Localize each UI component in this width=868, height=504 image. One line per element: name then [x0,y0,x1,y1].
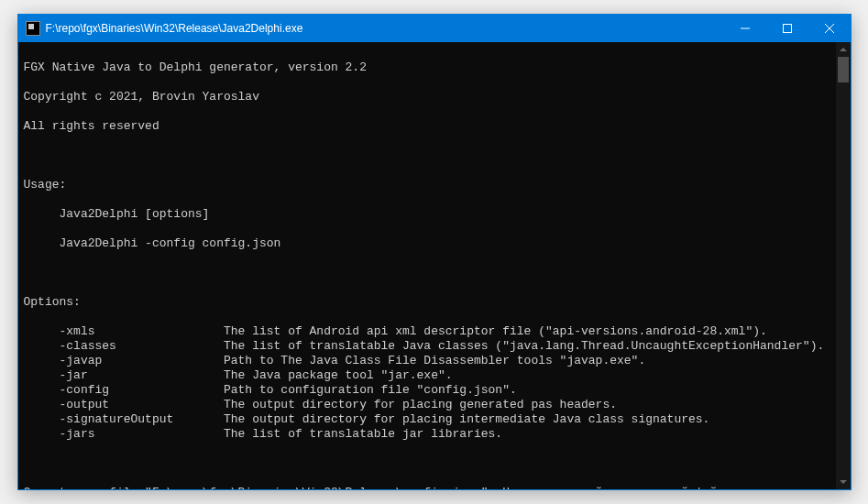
option-desc: Path to The Java Class File Disassembler… [224,354,645,368]
minimize-icon [741,24,750,33]
scroll-thumb[interactable] [838,57,849,82]
output-blank [24,456,830,471]
window-title: F:\repo\fgx\Binaries\Win32\Release\Java2… [46,22,724,35]
option-desc: The output directory for placing interme… [224,412,710,427]
chevron-down-icon [840,478,847,486]
console-window: F:\repo\fgx\Binaries\Win32\Release\Java2… [17,14,852,490]
svg-rect-1 [783,25,791,33]
option-name: -jar [60,368,224,383]
console-output[interactable]: FGX Native Java to Delphi generator, ver… [18,42,836,489]
option-desc: The list of translatable Java classes ("… [224,339,824,354]
option-row: -javapPath to The Java Class File Disass… [24,354,830,368]
close-icon [825,24,834,33]
option-row: -signatureOutputThe output directory for… [24,412,830,427]
option-desc: The list of Android api xml descriptor f… [224,324,767,339]
maximize-button[interactable] [766,15,808,42]
output-line: All rights reserved [24,119,830,134]
usage-header: Usage: [24,178,830,192]
option-desc: The output directory for placing generat… [224,398,617,412]
option-name: -xmls [60,324,224,339]
options-list: -xmlsThe list of Android api xml descrip… [24,324,830,442]
option-row: -outputThe output directory for placing … [24,398,830,412]
usage-line: Java2Delphi [options] [24,207,830,222]
output-line: Copyright c 2021, Brovin Yaroslav [24,90,830,104]
options-header: Options: [24,295,830,310]
option-name: -output [60,398,224,412]
minimize-button[interactable] [724,15,766,42]
titlebar[interactable]: F:\repo\fgx\Binaries\Win32\Release\Java2… [18,15,851,42]
option-row: -jarThe Java package tool "jar.exe". [24,368,830,383]
option-row: -configPath to configuration file "confi… [24,383,830,398]
chevron-up-icon [840,46,847,53]
option-row: -xmlsThe list of Android api xml descrip… [24,324,830,339]
error-line: Cannot open file "F:\repo\fgx\Binaries\W… [24,486,830,489]
output-blank [24,266,830,280]
scroll-track[interactable] [836,57,851,475]
option-row: -jarsThe list of translatable jar librar… [24,427,830,442]
maximize-icon [783,24,792,33]
app-icon [26,21,40,36]
usage-line: Java2Delphi -config config.json [24,236,830,251]
option-row: -classesThe list of translatable Java cl… [24,339,830,354]
scroll-up-button[interactable] [836,42,851,57]
option-name: -config [60,383,224,398]
console-body: FGX Native Java to Delphi generator, ver… [18,42,851,489]
vertical-scrollbar[interactable] [836,42,851,489]
option-desc: The Java package tool "jar.exe". [224,368,453,383]
window-controls [724,15,851,42]
output-line: FGX Native Java to Delphi generator, ver… [24,60,830,75]
option-desc: Path to configuration file "config.json"… [224,383,517,398]
option-name: -jars [60,427,224,442]
option-name: -javap [60,354,224,368]
close-button[interactable] [808,15,851,42]
output-blank [24,148,830,163]
scroll-down-button[interactable] [836,475,851,489]
option-name: -classes [60,339,224,354]
option-name: -signatureOutput [60,412,224,427]
option-desc: The list of translatable jar libraries. [224,427,502,442]
